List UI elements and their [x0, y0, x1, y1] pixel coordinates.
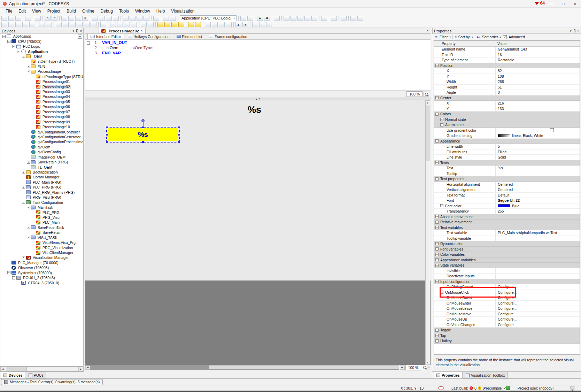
tab-processimage02[interactable]: ProcessImage02 ×	[99, 28, 146, 33]
property-value[interactable]: Configure...	[498, 312, 517, 316]
property-value[interactable]: Configure...	[498, 285, 517, 289]
expand-icon[interactable]: +	[440, 291, 443, 294]
property-row-normal-state[interactable]: +Normal state	[434, 117, 580, 123]
collapse-icon[interactable]: −	[27, 70, 30, 73]
property-value[interactable]: 5	[498, 144, 500, 148]
expand-icon[interactable]: +	[435, 253, 439, 256]
copy-icon[interactable]	[68, 16, 74, 21]
property-value[interactable]: Default	[498, 193, 509, 197]
align-top-icon[interactable]	[77, 22, 83, 27]
collapse-icon[interactable]: −	[7, 271, 10, 274]
property-row-hotkey[interactable]: +Hotkey	[434, 338, 580, 344]
tree-item-processimage04[interactable]: ProcessImage04	[0, 94, 83, 99]
collapse-icon[interactable]: −	[12, 45, 15, 48]
property-value[interactable]: Segoe UI; 22	[498, 198, 520, 202]
font-color-swatch[interactable]	[498, 204, 510, 207]
sort-order-button[interactable]: Sort order	[482, 35, 498, 39]
device-repository-icon[interactable]	[350, 16, 356, 21]
property-row-invisible[interactable]: Invisible	[434, 268, 580, 274]
tab-properties[interactable]: Properties	[434, 372, 463, 378]
tree-item-processimage05[interactable]: ProcessImage05	[0, 99, 83, 104]
property-row-font-variables[interactable]: +Font variables	[434, 247, 580, 252]
property-row-x[interactable]: X216	[434, 101, 580, 106]
resize-handle-s[interactable]	[142, 141, 144, 143]
frame-selection-icon[interactable]	[22, 22, 28, 27]
property-row-text[interactable]: Text%s	[434, 166, 580, 171]
property-row-alarm-state[interactable]: +Alarm state	[434, 122, 580, 128]
filter-button[interactable]: Filter	[440, 35, 448, 39]
property-row-text-format[interactable]: Text formatDefault	[434, 193, 580, 198]
collapse-icon[interactable]: −	[435, 177, 439, 180]
collapse-icon[interactable]: −	[440, 204, 443, 207]
move-up-icon[interactable]: ▲	[235, 22, 241, 27]
scroll-right-icon[interactable]: ►	[400, 366, 405, 370]
tree-item-plc-prg[interactable]: PLC_PRG	[0, 210, 83, 215]
scroll-down-icon[interactable]: ▼	[426, 360, 430, 364]
next-statement-icon[interactable]	[321, 16, 327, 21]
tree-item-processimage09[interactable]: ProcessImage09	[0, 119, 83, 124]
property-row-onmousemove[interactable]: OnMouseMoveConfigure...	[434, 312, 580, 317]
activate-keyboard-icon[interactable]	[29, 22, 35, 27]
menu-online[interactable]: Online	[79, 8, 97, 14]
tree-item-library-manager[interactable]: Library Manager	[0, 175, 83, 179]
tree-item-ctr04-3-705010[interactable]: ▶CTR04_3 (705010)	[0, 280, 83, 285]
property-value[interactable]: 255	[498, 209, 504, 213]
collapse-icon[interactable]: −	[2, 35, 6, 38]
refresh-icon[interactable]	[357, 16, 363, 21]
property-row-deactivate-inputs[interactable]: Deactivate inputs	[434, 274, 580, 279]
cloud-icon[interactable]	[438, 386, 444, 390]
close-panel-icon[interactable]: ×	[80, 29, 82, 33]
scroll-left-icon[interactable]: ◄	[0, 367, 5, 371]
remove-left-icon[interactable]	[219, 22, 225, 27]
move-down-icon[interactable]: ▼	[242, 22, 248, 27]
resize-handle-e[interactable]	[178, 133, 180, 136]
visualization-canvas[interactable]: %s %s +	[85, 100, 431, 365]
column-header-value[interactable]: Value	[495, 41, 506, 46]
property-row-width[interactable]: Width268	[434, 79, 580, 85]
property-row-vertical-alignment[interactable]: Vertical alignmentCentered	[434, 187, 580, 193]
vscroll-thumb[interactable]	[426, 106, 429, 161]
property-row-use-gradient-color[interactable]: Use gradient color	[434, 128, 580, 133]
reset-icon[interactable]	[311, 16, 317, 21]
collapse-icon[interactable]: −	[435, 96, 439, 99]
property-value[interactable]: 108	[498, 74, 504, 78]
unlink-icon[interactable]	[252, 22, 258, 27]
collapse-icon[interactable]: −	[12, 276, 15, 279]
tree-item-visuelems-visu-prg[interactable]: VisuElems.Visu_Prg	[0, 240, 83, 245]
print-icon[interactable]	[25, 16, 31, 21]
gradient-color-checkbox[interactable]	[550, 128, 554, 132]
flow-control-icon[interactable]	[331, 16, 337, 21]
property-row-state-variables[interactable]: −State variables	[434, 263, 580, 268]
scroll-left-icon[interactable]: ◄	[85, 366, 90, 370]
step-out-icon[interactable]	[297, 16, 303, 21]
expand-icon[interactable]: +	[22, 171, 25, 174]
collapse-icon[interactable]: −	[22, 201, 25, 204]
bookmark-next-icon[interactable]	[137, 16, 142, 21]
tree-item-processimage01[interactable]: ProcessImage01	[0, 79, 83, 84]
make-same-width-icon[interactable]	[124, 22, 130, 27]
tree-item-prg-visu[interactable]: PRG_Visu	[0, 215, 83, 220]
property-row-input-configuration[interactable]: −Input configuration	[434, 279, 580, 285]
property-value[interactable]: GenElemInst_143	[498, 47, 527, 51]
export-icon[interactable]	[153, 16, 159, 21]
tree-item-oem[interactable]: −-OEM	[0, 54, 83, 59]
tree-item-gvlconfigurationprocessimage[interactable]: gvlConfigurationProcessImage	[0, 139, 83, 144]
rotate-handle[interactable]	[141, 119, 145, 122]
property-row-font-color[interactable]: −Font colorBlue	[434, 203, 580, 209]
ungroup-icon[interactable]	[195, 22, 201, 27]
menu-view[interactable]: View	[29, 8, 44, 14]
tree-item-stprocimagetype-struct[interactable]: stProcImageType (STRUCT)	[0, 74, 83, 79]
pin-icon[interactable]	[574, 29, 575, 32]
property-value[interactable]: linear, Black, White	[512, 133, 543, 138]
tree-item-bootapplication[interactable]: +Bootapplication	[0, 170, 83, 175]
expand-icon[interactable]: +	[435, 334, 439, 337]
distribute-horizontally-icon[interactable]	[110, 22, 116, 27]
tree-item-saveretain[interactable]: SaveRetain	[0, 230, 83, 235]
application-selector[interactable]: Application [CPU: PLC Logic]▾	[180, 15, 237, 21]
resize-handle-w[interactable]	[106, 133, 108, 136]
property-row-onmouseenter[interactable]: OnMouseEnterConfigure...	[434, 301, 580, 306]
property-row-text-properties[interactable]: −Text properties	[434, 176, 580, 182]
copy-project-icon[interactable]	[35, 16, 41, 21]
tree-item-observer-705003[interactable]: Observer (705003)	[0, 265, 83, 270]
property-row-absolute-movement[interactable]: +Absolute movement	[434, 214, 580, 220]
